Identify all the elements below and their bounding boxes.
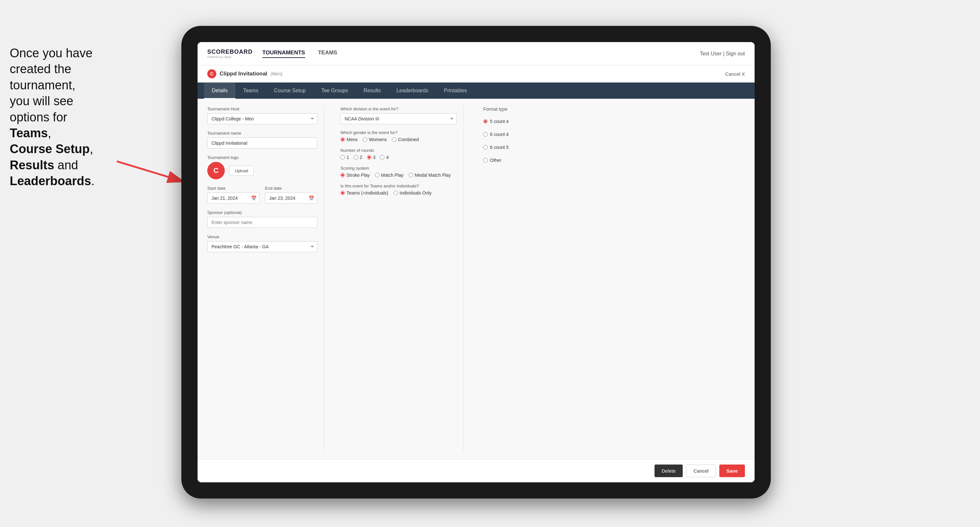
tournament-breadcrumb: C Clippd Invitational (Men) xyxy=(207,69,282,78)
teams-individuals-group: Is this event for Teams and/or Individua… xyxy=(340,184,457,195)
rounds-label: Number of rounds xyxy=(340,148,457,153)
delete-button[interactable]: Delete xyxy=(654,465,683,477)
rounds-2[interactable]: 2 xyxy=(354,155,363,160)
format-6count4[interactable]: 6 count 4 xyxy=(483,132,574,137)
scoring-match-radio[interactable] xyxy=(375,173,380,178)
tab-bar: Details Teams Course Setup Tee Groups Re… xyxy=(197,83,755,99)
nav-link-tournaments[interactable]: TOURNAMENTS xyxy=(262,49,305,58)
format-other-radio[interactable] xyxy=(483,158,488,162)
gender-mens-radio[interactable] xyxy=(340,137,345,142)
tab-teams[interactable]: Teams xyxy=(235,83,266,99)
rounds-1-radio[interactable] xyxy=(340,155,345,160)
tournament-icon: C xyxy=(207,69,216,78)
format-6count5-radio[interactable] xyxy=(483,145,488,149)
user-text: Test User | Sign out xyxy=(700,51,745,56)
scoring-match[interactable]: Match Play xyxy=(375,173,404,178)
nav-left: SCOREBOARD Powered by clippd TOURNAMENTS… xyxy=(207,49,337,59)
individuals-only-radio[interactable] xyxy=(393,190,398,195)
form-area: Tournament Host Clippd College - Men Tou… xyxy=(197,99,755,459)
format-other[interactable]: Other xyxy=(483,158,574,163)
teams-individuals-label: Is this event for Teams and/or Individua… xyxy=(340,184,457,188)
user-area[interactable]: Test User | Sign out xyxy=(700,51,745,57)
tournament-logo-label: Tournament logo xyxy=(207,155,317,160)
rounds-3[interactable]: 3 xyxy=(367,155,375,160)
venue-group: Venue Peachtree GC - Atlanta - GA xyxy=(207,234,317,252)
format-6count5[interactable]: 6 count 5 xyxy=(483,145,574,150)
venue-select[interactable]: Peachtree GC - Atlanta - GA xyxy=(207,241,317,252)
tab-leaderboards[interactable]: Leaderboards xyxy=(389,83,436,99)
gender-combined-radio[interactable] xyxy=(392,137,396,142)
rounds-2-radio[interactable] xyxy=(354,155,358,160)
gender-label: Which gender is the event for? xyxy=(340,130,457,135)
format-5count4[interactable]: 5 count 4 xyxy=(483,119,574,124)
tab-details[interactable]: Details xyxy=(204,83,235,99)
sponsor-input[interactable] xyxy=(207,217,317,228)
teams-plus-individuals[interactable]: Teams (+Individuals) xyxy=(340,190,388,195)
division-label: Which division is the event for? xyxy=(340,106,457,111)
footer-bar: Delete Cancel Save xyxy=(197,459,755,483)
rounds-4-radio[interactable] xyxy=(380,155,384,160)
sponsor-group: Sponsor (optional) xyxy=(207,210,317,228)
tournament-name-input[interactable] xyxy=(207,138,317,149)
tournament-name: Clippd Invitational xyxy=(220,71,267,77)
nav-links: TOURNAMENTS TEAMS xyxy=(262,49,337,58)
top-navigation: SCOREBOARD Powered by clippd TOURNAMENTS… xyxy=(197,42,755,65)
scoring-radio-group: Stroke Play Match Play Medal Match Play xyxy=(340,173,457,178)
tab-course-setup[interactable]: Course Setup xyxy=(266,83,313,99)
gender-combined[interactable]: Combined xyxy=(392,137,419,142)
nav-link-teams[interactable]: TEAMS xyxy=(318,49,337,58)
scoring-group: Scoring system Stroke Play Match Play xyxy=(340,166,457,178)
start-date-label: Start date xyxy=(207,186,260,190)
scoring-stroke-radio[interactable] xyxy=(340,173,345,178)
tab-tee-groups[interactable]: Tee Groups xyxy=(313,83,356,99)
start-date-calendar-icon: 📅 xyxy=(251,195,256,201)
tournament-logo-group: Tournament logo C Upload xyxy=(207,155,317,179)
tablet-screen: SCOREBOARD Powered by clippd TOURNAMENTS… xyxy=(197,42,755,483)
main-content: Tournament Host Clippd College - Men Tou… xyxy=(197,99,755,483)
end-date-group: End date 📅 xyxy=(265,186,317,204)
scoring-medal-match-radio[interactable] xyxy=(409,173,413,178)
division-select[interactable]: NCAA Division III xyxy=(340,113,457,124)
scoring-label: Scoring system xyxy=(340,166,457,171)
gender-womens[interactable]: Womens xyxy=(363,137,387,142)
tournament-tag: (Men) xyxy=(270,71,282,76)
tournament-host-label: Tournament Host xyxy=(207,106,317,111)
format-5count4-radio[interactable] xyxy=(483,119,488,124)
gender-group: Which gender is the event for? Mens Wome… xyxy=(340,130,457,142)
venue-label: Venue xyxy=(207,234,317,239)
cancel-top-button[interactable]: Cancel X xyxy=(725,71,745,77)
scoring-medal-match[interactable]: Medal Match Play xyxy=(409,173,451,178)
upload-button[interactable]: Upload xyxy=(229,166,254,176)
form-col-mid: Which division is the event for? NCAA Di… xyxy=(340,106,457,451)
tab-printables[interactable]: Printables xyxy=(436,83,475,99)
tablet-device: SCOREBOARD Powered by clippd TOURNAMENTS… xyxy=(181,26,771,498)
rounds-4[interactable]: 4 xyxy=(380,155,389,160)
end-date-wrap: 📅 xyxy=(265,193,317,204)
sponsor-label: Sponsor (optional) xyxy=(207,210,317,215)
tournament-host-select[interactable]: Clippd College - Men xyxy=(207,113,317,124)
logo-sub: Powered by clippd xyxy=(207,56,253,59)
tab-results[interactable]: Results xyxy=(356,83,389,99)
division-group: Which division is the event for? NCAA Di… xyxy=(340,106,457,124)
logo-text: SCOREBOARD xyxy=(207,49,253,55)
gender-womens-radio[interactable] xyxy=(363,137,367,142)
rounds-3-radio[interactable] xyxy=(367,155,371,160)
individuals-only[interactable]: Individuals Only xyxy=(393,190,432,195)
form-col-left: Tournament Host Clippd College - Men Tou… xyxy=(207,106,317,451)
tournament-host-group: Tournament Host Clippd College - Men xyxy=(207,106,317,124)
start-date-group: Start date 📅 xyxy=(207,186,260,204)
logo-area: SCOREBOARD Powered by clippd xyxy=(207,49,253,59)
tournament-name-group: Tournament name xyxy=(207,131,317,149)
col-divider-2 xyxy=(463,106,464,451)
tournament-bar: C Clippd Invitational (Men) Cancel X xyxy=(197,65,755,83)
teams-radio-group: Teams (+Individuals) Individuals Only xyxy=(340,190,457,195)
gender-radio-group: Mens Womens Combined xyxy=(340,137,457,142)
gender-mens[interactable]: Mens xyxy=(340,137,358,142)
rounds-1[interactable]: 1 xyxy=(340,155,349,160)
teams-plus-radio[interactable] xyxy=(340,190,345,195)
save-button[interactable]: Save xyxy=(719,465,745,477)
format-6count4-radio[interactable] xyxy=(483,132,488,137)
cancel-button[interactable]: Cancel xyxy=(686,465,716,477)
form-col-right: Format type 5 count 4 6 count 4 6 count … xyxy=(483,106,574,451)
scoring-stroke[interactable]: Stroke Play xyxy=(340,173,370,178)
